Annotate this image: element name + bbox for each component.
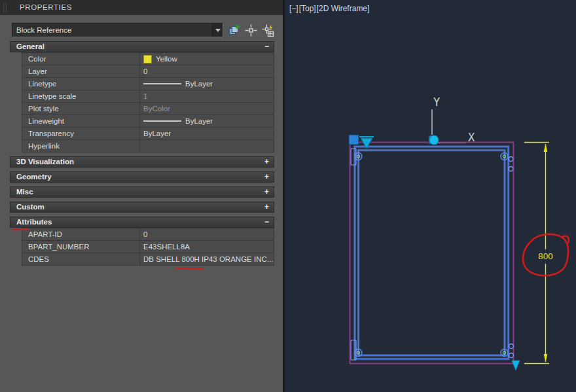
expand-icon[interactable]: + — [264, 157, 269, 167]
autocad-window: PROPERTIES Block Reference — [0, 0, 576, 392]
block-outer-outline[interactable] — [350, 143, 514, 364]
property-label: Plot style — [22, 103, 140, 115]
shell-walls-glow — [355, 147, 509, 359]
property-label: Layer — [22, 65, 140, 77]
insertion-point-grip[interactable] — [429, 135, 439, 145]
attribute-row-cdes[interactable]: CDES DB SHELL 800H IP43 ORANGE INC... — [22, 253, 274, 266]
red-underline-annotation — [175, 268, 204, 270]
flip-arrow-grip-bottom[interactable] — [512, 361, 520, 370]
attribute-value[interactable]: 0 — [140, 228, 274, 240]
section-header-misc[interactable]: Misc + — [10, 187, 274, 198]
color-value: Yellow — [156, 55, 177, 63]
cdes-value: DB SHELL 800H IP43 ORANGE INC... — [143, 255, 273, 263]
section-header-geometry[interactable]: Geometry + — [10, 171, 274, 183]
property-label: Linetype scale — [22, 90, 140, 102]
expand-icon[interactable]: + — [264, 187, 269, 197]
plot-style-value: ByColor — [143, 105, 170, 113]
section-header-general[interactable]: General − — [10, 41, 274, 52]
section-label: Geometry — [16, 173, 52, 181]
color-swatch — [143, 55, 152, 63]
viewport-visual-style-control[interactable]: [2D Wireframe] — [317, 4, 370, 13]
property-value[interactable]: ByLayer — [140, 78, 274, 90]
general-table: Color Yellow Layer 0 Linetype ByLayer — [22, 52, 274, 152]
properties-panel: PROPERTIES Block Reference — [0, 0, 285, 392]
drawing-canvas[interactable]: Y X — [285, 0, 576, 392]
section-label: Misc — [16, 188, 33, 196]
corner-hole-icons[interactable] — [355, 153, 508, 357]
linetype-sample — [143, 83, 181, 84]
dimension-text[interactable]: 800 — [538, 251, 553, 261]
property-row-color[interactable]: Color Yellow — [22, 53, 274, 65]
panel-gripper-icon[interactable] — [3, 3, 7, 12]
property-label: Hyperlink — [22, 140, 140, 152]
expand-icon[interactable]: + — [264, 172, 269, 182]
property-label: Color — [22, 53, 140, 65]
toggle-pickadd-icon[interactable] — [228, 24, 240, 37]
attribute-row-apart-id[interactable]: APART-ID 0 — [22, 228, 274, 241]
attribute-row-bpart-number[interactable]: BPART_NUMBER E43SHELL8A — [22, 241, 274, 253]
property-row-layer[interactable]: Layer 0 — [22, 65, 274, 78]
viewport-view-control[interactable]: [Top] — [299, 4, 316, 13]
attribute-value[interactable]: DB SHELL 800H IP43 ORANGE INC... — [140, 253, 274, 265]
property-label: Lineweight — [22, 115, 140, 127]
drawing-viewport[interactable]: [−] [Top] [2D Wireframe] Y X — [285, 0, 576, 392]
property-row-linetype[interactable]: Linetype ByLayer — [22, 78, 274, 90]
section-header-3d-visualization[interactable]: 3D Visualization + — [10, 156, 274, 168]
layer-value: 0 — [143, 67, 147, 75]
panel-titlebar[interactable]: PROPERTIES — [0, 0, 283, 15]
transparency-value: ByLayer — [143, 130, 171, 137]
quick-select-icon[interactable] — [262, 24, 274, 37]
section-header-attributes[interactable]: Attributes − — [10, 217, 274, 228]
property-value[interactable]: ByLayer — [140, 115, 274, 127]
attribute-label: CDES — [22, 253, 140, 265]
section-header-custom[interactable]: Custom + — [10, 202, 274, 213]
ucs-y-label: Y — [433, 96, 440, 109]
panel-title: PROPERTIES — [20, 3, 72, 11]
shell-walls[interactable] — [355, 147, 509, 359]
linetype-scale-value: 1 — [143, 92, 147, 100]
property-value[interactable]: ByLayer — [140, 128, 274, 139]
apart-id-value: 0 — [143, 230, 147, 238]
linetype-value: ByLayer — [185, 80, 213, 88]
collapse-icon[interactable]: − — [264, 42, 269, 52]
corner-grip-square[interactable] — [349, 135, 359, 145]
section-label: Attributes — [16, 218, 52, 226]
property-row-linetype-scale[interactable]: Linetype scale 1 — [22, 90, 274, 103]
lineweight-sample — [143, 120, 181, 122]
property-row-hyperlink[interactable]: Hyperlink — [22, 140, 274, 152]
section-label: 3D Visualization — [16, 158, 74, 166]
viewport-minimize-control[interactable]: [−] — [289, 4, 298, 13]
object-type-value: Block Reference — [16, 26, 71, 34]
section-label: General — [16, 43, 45, 50]
property-value[interactable]: Yellow — [140, 53, 274, 65]
property-value[interactable]: 0 — [140, 65, 274, 77]
property-sections: General − Color Yellow Layer 0 Linetype — [0, 41, 283, 266]
property-label: Linetype — [22, 78, 140, 90]
select-objects-icon[interactable] — [245, 24, 257, 37]
expand-icon[interactable]: + — [264, 202, 269, 212]
attribute-value[interactable]: E43SHELL8A — [140, 241, 274, 253]
property-row-lineweight[interactable]: Lineweight ByLayer — [22, 115, 274, 128]
property-row-transparency[interactable]: Transparency ByLayer — [22, 128, 274, 140]
property-label: Transparency — [22, 128, 140, 139]
property-value[interactable] — [140, 140, 274, 152]
red-underline-annotation — [13, 228, 29, 231]
dropdown-arrow-icon[interactable] — [212, 24, 223, 37]
property-row-plot-style[interactable]: Plot style ByColor — [22, 103, 274, 115]
viewport-controls: [−] [Top] [2D Wireframe] — [289, 4, 370, 13]
object-type-dropdown[interactable]: Block Reference — [12, 23, 223, 37]
attributes-table: APART-ID 0 BPART_NUMBER E43SHELL8A CDES … — [22, 228, 274, 266]
bpart-number-value: E43SHELL8A — [143, 243, 190, 251]
collapse-icon[interactable]: − — [264, 217, 269, 227]
property-value[interactable]: ByColor — [140, 103, 274, 115]
panel-toolbar — [228, 24, 274, 37]
section-label: Custom — [16, 203, 45, 211]
lineweight-value: ByLayer — [185, 117, 213, 125]
attribute-label: APART-ID — [22, 228, 140, 240]
object-selector-row: Block Reference — [12, 22, 274, 38]
attribute-label: BPART_NUMBER — [22, 241, 140, 253]
property-value[interactable]: 1 — [140, 90, 274, 102]
